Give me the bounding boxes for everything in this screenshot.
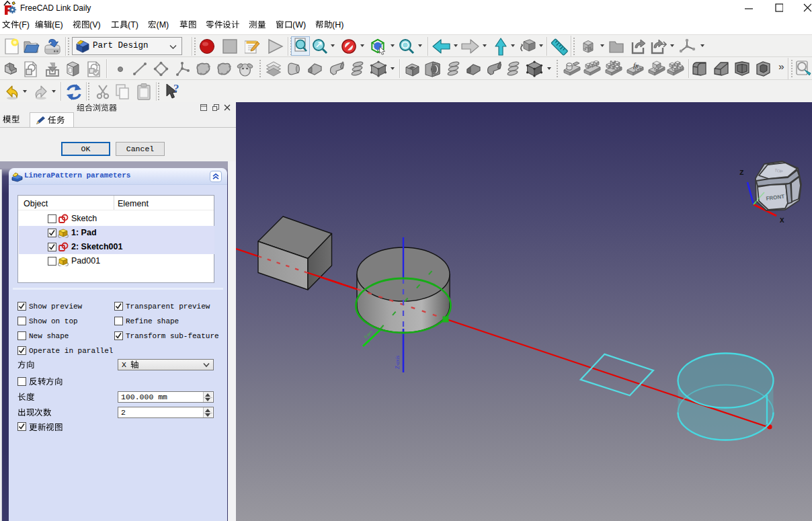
svg-text:Z-axis: Z-axis — [395, 356, 401, 369]
svg-text:Z: Z — [739, 169, 744, 177]
svg-text:fx: fx — [633, 61, 639, 69]
svg-text:X: X — [780, 216, 784, 225]
svg-text:?: ? — [173, 83, 179, 95]
